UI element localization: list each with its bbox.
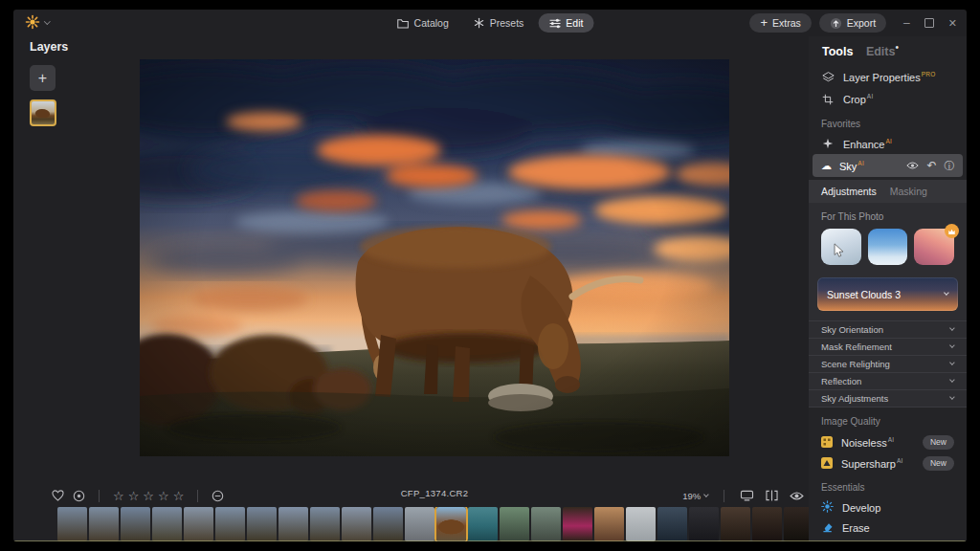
sky-sections: Sky Orientation Mask Refinement Scene Re… <box>809 320 967 408</box>
filmstrip-thumb[interactable] <box>152 507 182 541</box>
tab-masking[interactable]: Masking <box>890 186 927 197</box>
add-layer-button[interactable]: + <box>30 65 56 91</box>
section-mask-refinement[interactable]: Mask Refinement <box>809 338 967 355</box>
edits-tab[interactable]: Edits <box>866 45 896 58</box>
tool-supersharp[interactable]: SupersharpAI New <box>809 452 967 474</box>
filmstrip-thumb[interactable] <box>563 507 592 541</box>
tool-crop[interactable]: CropAI <box>809 88 967 110</box>
zoom-level-dropdown[interactable]: 19% <box>682 491 708 501</box>
photo-canvas[interactable] <box>140 59 729 456</box>
window-controls: – ✕ <box>903 16 957 30</box>
filmstrip-thumb[interactable] <box>468 507 498 541</box>
quick-preview-eye-icon[interactable] <box>790 491 804 501</box>
sliders-icon <box>548 18 561 29</box>
tab-label: Catalog <box>414 17 449 29</box>
filmstrip-thumb[interactable] <box>689 507 719 541</box>
tool-layer-properties[interactable]: Layer PropertiesPRO <box>809 66 967 88</box>
filmstrip-thumb[interactable] <box>752 507 782 541</box>
favorite-heart-icon[interactable] <box>52 490 64 501</box>
section-scene-relighting[interactable]: Scene Relighting <box>809 355 967 372</box>
tab-label: Edit <box>566 17 583 29</box>
close-button[interactable]: ✕ <box>948 17 957 30</box>
section-sky-orientation[interactable]: Sky Orientation <box>809 320 967 338</box>
filmstrip-thumb[interactable] <box>121 507 150 541</box>
info-icon[interactable]: ⓘ <box>945 161 955 171</box>
noiseless-icon <box>821 436 833 448</box>
filmstrip-thumb[interactable] <box>373 507 403 541</box>
extras-label: Extras <box>772 17 801 29</box>
before-after-split-icon[interactable] <box>765 490 779 501</box>
for-this-photo-label: For This Photo <box>809 203 967 229</box>
extras-button[interactable]: + Extras <box>749 13 811 33</box>
filmstrip-thumb[interactable] <box>721 507 750 541</box>
filmstrip-thumb[interactable] <box>500 507 529 541</box>
sky-thumb-blue-clouds[interactable] <box>868 229 908 265</box>
tab-edit[interactable]: Edit <box>538 13 593 33</box>
star-rating-icon[interactable]: ☆ <box>173 490 185 502</box>
filmstrip-thumb-selected[interactable] <box>436 507 466 541</box>
tab-adjustments[interactable]: Adjustments <box>821 186 877 197</box>
visibility-eye-icon[interactable] <box>906 161 919 170</box>
chevron-down-icon <box>944 290 948 295</box>
premium-crown-badge <box>945 224 959 238</box>
sky-preset-value: Sunset Clouds 3 <box>827 289 901 300</box>
sky-thumb-sunset-flare[interactable] <box>914 229 954 265</box>
tool-label: EnhanceAI <box>843 138 892 150</box>
tool-label: CropAI <box>843 93 874 105</box>
layer-thumbnail[interactable] <box>30 99 56 126</box>
section-label: Mask Refinement <box>821 342 892 352</box>
reset-undo-icon[interactable]: ↶ <box>926 160 936 171</box>
tool-sky-selected[interactable]: ☁ SkyAI ↶ ⓘ <box>813 154 963 177</box>
filmstrip-thumb[interactable] <box>278 507 308 541</box>
cloud-icon: ☁ <box>821 161 832 171</box>
sky-thumb-hazy[interactable] <box>821 229 861 265</box>
tab-presets[interactable]: Presets <box>463 13 535 33</box>
compare-screen-icon[interactable] <box>740 490 754 501</box>
filmstrip-thumb[interactable] <box>405 507 434 541</box>
minimize-button[interactable]: – <box>903 16 910 30</box>
tool-label: SkyAI <box>839 160 864 172</box>
export-button[interactable]: Export <box>819 13 886 33</box>
export-label: Export <box>847 17 876 29</box>
tool-noiseless[interactable]: NoiselessAI New <box>809 431 967 452</box>
tab-label: Presets <box>490 17 524 29</box>
star-rating-icon[interactable]: ☆ <box>143 490 154 502</box>
tool-enhance[interactable]: EnhanceAI <box>809 134 967 153</box>
section-reflection[interactable]: Reflection <box>809 372 967 389</box>
filmstrip-thumb[interactable] <box>89 507 119 541</box>
filmstrip-thumb[interactable] <box>57 507 87 541</box>
flag-circle-icon[interactable] <box>73 490 85 502</box>
maximize-button[interactable] <box>924 18 934 28</box>
tools-tab[interactable]: Tools <box>822 45 853 58</box>
filmstrip-thumb[interactable] <box>531 507 561 541</box>
sky-preset-dropdown[interactable]: Sunset Clouds 3 <box>817 277 958 311</box>
crop-icon <box>821 94 835 105</box>
filmstrip-thumb[interactable] <box>657 507 687 541</box>
sky-suggestions <box>809 229 967 265</box>
filmstrip-thumb[interactable] <box>310 507 340 541</box>
section-sky-adjustments[interactable]: Sky Adjustments <box>809 389 967 408</box>
filmstrip-thumb[interactable] <box>247 507 277 541</box>
filmstrip-thumb[interactable] <box>784 507 811 541</box>
edits-indicator-dot: • <box>895 42 899 53</box>
tool-erase[interactable]: Erase <box>809 518 967 538</box>
color-label-icon[interactable] <box>212 490 224 502</box>
plus-icon: + <box>760 16 768 29</box>
star-rating-icon[interactable]: ☆ <box>113 490 124 502</box>
zoom-level-value: 19% <box>682 491 701 501</box>
filmstrip-thumb[interactable] <box>342 507 371 541</box>
chevron-down-icon <box>949 342 954 347</box>
star-rating-icon[interactable]: ☆ <box>158 490 169 502</box>
filmstrip-thumb[interactable] <box>626 507 656 541</box>
tool-develop[interactable]: Develop <box>809 497 967 518</box>
tab-catalog[interactable]: Catalog <box>387 13 459 33</box>
app-logo-menu[interactable] <box>25 14 50 30</box>
layers-title: Layers <box>30 40 68 54</box>
filmstrip-thumb[interactable] <box>215 507 245 541</box>
filmstrip-thumb[interactable] <box>594 507 624 541</box>
new-badge: New <box>923 435 954 450</box>
tool-structure[interactable]: StructureAI <box>809 538 967 541</box>
star-rating-icon[interactable]: ☆ <box>128 490 140 502</box>
filmstrip-thumb[interactable] <box>184 507 213 541</box>
supersharp-icon <box>821 457 833 469</box>
